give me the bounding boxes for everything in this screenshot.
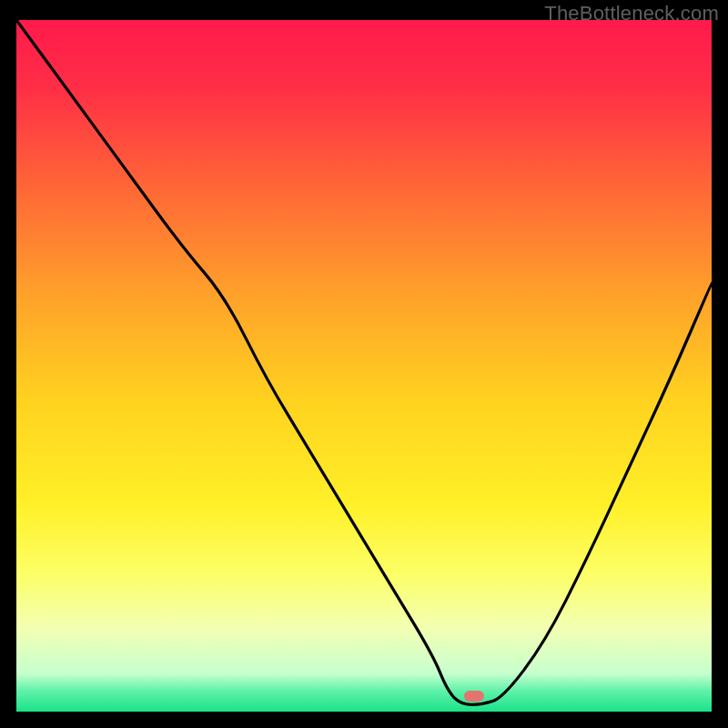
plot-area xyxy=(16,20,712,712)
optimal-marker xyxy=(464,691,484,702)
chart-frame: TheBottleneck.com xyxy=(0,0,728,728)
bottleneck-curve xyxy=(16,20,712,712)
watermark-text: TheBottleneck.com xyxy=(544,2,719,25)
